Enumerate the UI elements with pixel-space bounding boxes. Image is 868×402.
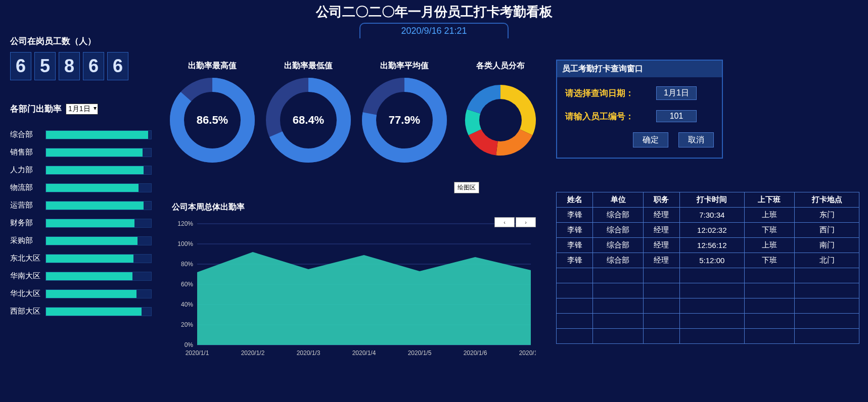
dept-bar-track bbox=[45, 236, 152, 245]
records-header-cell: 打卡时间 bbox=[680, 192, 745, 208]
query-date-label: 请选择查询日期： bbox=[565, 87, 641, 99]
area-next-button[interactable]: › bbox=[516, 217, 536, 227]
svg-text:120%: 120% bbox=[177, 220, 193, 227]
timestamp: 2020/9/16 21:21 bbox=[401, 26, 467, 36]
records-cell: 东门 bbox=[795, 208, 859, 223]
records-cell: 综合部 bbox=[593, 208, 644, 223]
records-cell: 7:30:34 bbox=[680, 208, 745, 223]
records-cell-empty bbox=[643, 268, 679, 283]
donut-block: 出勤率最低值 68.4% bbox=[263, 61, 354, 163]
donut-title: 出勤率平均值 bbox=[359, 61, 450, 71]
dept-bar-row: 财务部 bbox=[10, 218, 152, 228]
records-cell: 经理 bbox=[643, 238, 679, 253]
svg-text:40%: 40% bbox=[181, 301, 193, 308]
dept-bar-track bbox=[45, 183, 152, 192]
records-cell: 上班 bbox=[744, 238, 795, 253]
employee-count-label: 公司在岗员工数（人） bbox=[10, 35, 152, 47]
donut-value: 77.9% bbox=[361, 77, 447, 163]
pie-title: 各类人员分布 bbox=[455, 61, 546, 71]
records-cell-empty bbox=[680, 314, 745, 329]
records-cell: 李锋 bbox=[557, 223, 593, 238]
svg-text:60%: 60% bbox=[181, 281, 193, 288]
dept-bar-row: 华北大区 bbox=[10, 289, 152, 298]
svg-text:100%: 100% bbox=[177, 240, 193, 247]
employee-count-digit: 6 bbox=[83, 52, 104, 80]
records-cell: 西门 bbox=[795, 223, 859, 238]
donut-value: 68.4% bbox=[265, 77, 351, 163]
table-row-empty bbox=[557, 268, 859, 283]
svg-text:2020/1/6: 2020/1/6 bbox=[464, 349, 487, 357]
donut-title: 出勤率最低值 bbox=[263, 61, 354, 71]
svg-point-6 bbox=[479, 99, 522, 141]
dept-bar-track bbox=[45, 289, 152, 298]
records-cell-empty bbox=[593, 298, 644, 314]
records-cell-empty bbox=[557, 283, 593, 298]
dept-bar-name: 人力部 bbox=[10, 165, 40, 175]
records-cell: 经理 bbox=[643, 253, 679, 268]
weekly-attendance-chart: 公司本周总体出勤率 ‹ › 0%20%40%60%80%100%120%2020… bbox=[172, 202, 536, 367]
pie-block: 各类人员分布 bbox=[455, 61, 546, 163]
records-cell: 综合部 bbox=[593, 223, 644, 238]
dept-bar-name: 东北大区 bbox=[10, 254, 40, 263]
donut-chart: 68.4% bbox=[265, 77, 351, 163]
dept-bar-name: 销售部 bbox=[10, 147, 40, 157]
records-cell-empty bbox=[744, 268, 795, 283]
dept-bar-fill bbox=[46, 131, 148, 139]
records-cell-empty bbox=[680, 283, 745, 298]
dept-bar-name: 运营部 bbox=[10, 200, 40, 210]
records-cell-empty bbox=[643, 314, 679, 329]
records-header-cell: 上下班 bbox=[744, 192, 795, 208]
dept-bar-row: 物流部 bbox=[10, 183, 152, 192]
records-cell-empty bbox=[680, 298, 745, 314]
query-ok-button[interactable]: 确定 bbox=[633, 132, 668, 147]
dept-bar-track bbox=[45, 272, 152, 281]
records-cell-empty bbox=[744, 283, 795, 298]
donut-area: 出勤率最高值 86.5% 出勤率最低值 68.4% 出勤率平均值 77.9% 各… bbox=[167, 61, 546, 163]
records-cell-empty bbox=[744, 314, 795, 329]
records-cell: 综合部 bbox=[593, 253, 644, 268]
table-row: 李锋综合部经理5:12:00下班北门 bbox=[557, 253, 859, 268]
dept-date-select[interactable]: 1月1日 bbox=[66, 104, 98, 115]
dept-bar-track bbox=[45, 201, 152, 210]
records-cell-empty bbox=[557, 298, 593, 314]
area-chart-nav: ‹ › bbox=[494, 217, 536, 227]
records-cell-empty bbox=[643, 298, 679, 314]
records-cell: 李锋 bbox=[557, 208, 593, 223]
records-cell: 经理 bbox=[643, 208, 679, 223]
records-cell-empty bbox=[795, 298, 859, 314]
dept-bar-fill bbox=[46, 166, 144, 174]
records-cell-empty bbox=[643, 283, 679, 298]
query-id-input[interactable]: 101 bbox=[656, 110, 697, 122]
dept-bar-track bbox=[45, 148, 152, 157]
records-cell: 李锋 bbox=[557, 253, 593, 268]
dept-bar-fill bbox=[46, 148, 143, 157]
records-cell-empty bbox=[643, 329, 679, 344]
records-cell: 北门 bbox=[795, 253, 859, 268]
svg-text:20%: 20% bbox=[181, 321, 193, 328]
svg-text:2020/1/4: 2020/1/4 bbox=[352, 349, 376, 357]
area-prev-button[interactable]: ‹ bbox=[494, 217, 515, 227]
query-date-input[interactable]: 1月1日 bbox=[656, 86, 697, 100]
dept-bar-fill bbox=[46, 184, 139, 192]
donut-block: 出勤率平均值 77.9% bbox=[359, 61, 450, 163]
records-header-cell: 职务 bbox=[643, 192, 679, 208]
dept-bar-name: 华北大区 bbox=[10, 289, 40, 298]
dept-attendance-label: 各部门出勤率 bbox=[10, 103, 62, 115]
dept-bar-row: 采购部 bbox=[10, 236, 152, 245]
query-panel-title: 员工考勤打卡查询窗口 bbox=[557, 61, 722, 77]
dept-bar-list: 综合部销售部人力部物流部运营部财务部采购部东北大区华南大区华北大区西部大区 bbox=[10, 130, 152, 316]
employee-count-digit: 8 bbox=[59, 52, 80, 80]
dept-bar-name: 物流部 bbox=[10, 183, 40, 192]
records-cell-empty bbox=[593, 283, 644, 298]
dept-bar-fill bbox=[46, 237, 138, 245]
svg-text:2020/1/1: 2020/1/1 bbox=[186, 349, 209, 357]
dept-bar-fill bbox=[46, 308, 142, 316]
dept-bar-fill bbox=[46, 272, 132, 280]
query-cancel-button[interactable]: 取消 bbox=[678, 132, 714, 147]
records-cell: 经理 bbox=[643, 223, 679, 238]
donut-chart: 86.5% bbox=[169, 77, 255, 163]
dept-bar-track bbox=[45, 166, 152, 175]
records-cell-empty bbox=[557, 268, 593, 283]
records-header-cell: 单位 bbox=[593, 192, 644, 208]
table-row: 李锋综合部经理12:56:12上班南门 bbox=[557, 238, 859, 253]
